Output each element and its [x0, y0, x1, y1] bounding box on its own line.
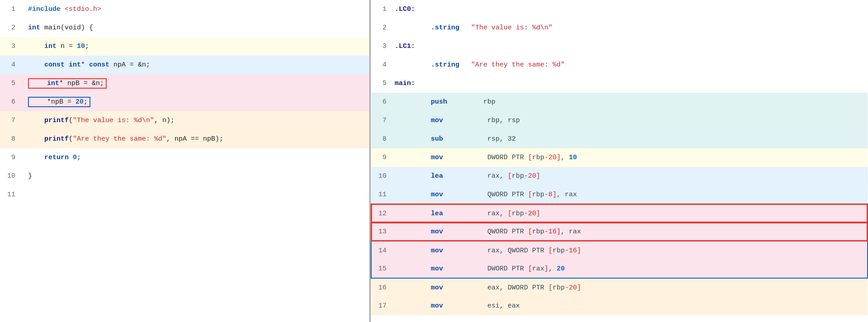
asm-instruction: mov	[395, 297, 467, 315]
asm-instruction: mov	[395, 185, 467, 204]
line-number: 3	[0, 37, 24, 56]
right-pane: 1.LC0:2.string "The value is: %d\n"3.LC1…	[371, 0, 868, 322]
table-row: 7mov rbp, rsp	[371, 111, 868, 130]
table-row: 4 const int* const npA = &n;	[0, 56, 369, 74]
line-number: 6	[371, 93, 395, 111]
line-number: 2	[0, 19, 24, 37]
highlight-box-blue: *npB = 20;	[28, 97, 90, 107]
line-code: *npB = 20;	[24, 93, 369, 111]
line-number: 1	[0, 0, 24, 19]
line-code: int main(void) {	[24, 19, 369, 37]
asm-instruction: mov	[395, 260, 467, 278]
asm-instruction: lea	[395, 167, 467, 185]
table-row: 17mov esi, eax	[371, 297, 868, 315]
asm-operands: DWORD PTR [rbp-20], 10	[467, 148, 868, 167]
line-number: 13	[371, 223, 395, 241]
line-number: 6	[0, 93, 24, 111]
line-number: 9	[0, 148, 24, 167]
left-code-table: 1#include <stdio.h>2int main(void) {3 in…	[0, 0, 369, 204]
asm-operands: QWORD PTR [rbp-16], rax	[467, 223, 868, 241]
line-code: }	[24, 167, 369, 185]
asm-instruction: .LC0:	[395, 0, 467, 19]
table-row: 9 return 0;	[0, 148, 369, 167]
right-code-table: 1.LC0:2.string "The value is: %d\n"3.LC1…	[371, 0, 868, 315]
asm-operands: rbp	[467, 93, 868, 111]
asm-operands	[467, 0, 868, 19]
table-row: 4.string "Are they the same: %d"	[371, 56, 868, 74]
line-code: int* npB = &n;	[24, 74, 369, 93]
asm-instruction: mov	[395, 148, 467, 167]
table-row: 15mov DWORD PTR [rax], 20	[371, 260, 868, 278]
line-code: return 0;	[24, 148, 369, 167]
table-row: 2.string "The value is: %d\n"	[371, 19, 868, 37]
asm-instruction: mov	[395, 111, 467, 130]
asm-operands: "The value is: %d\n"	[467, 19, 868, 37]
line-number: 17	[371, 297, 395, 315]
asm-instruction: sub	[395, 130, 467, 148]
line-code	[24, 185, 369, 204]
line-number: 1	[371, 0, 395, 19]
line-number: 4	[371, 56, 395, 74]
asm-operands: rax, [rbp-20]	[467, 204, 868, 223]
asm-instruction: .string	[395, 19, 467, 37]
line-number: 16	[371, 278, 395, 297]
asm-instruction: lea	[395, 204, 467, 223]
table-row: 3 int n = 10;	[0, 37, 369, 56]
line-number: 5	[0, 74, 24, 93]
table-row: 13mov QWORD PTR [rbp-16], rax	[371, 223, 868, 241]
table-row: 3.LC1:	[371, 37, 868, 56]
line-number: 5	[371, 74, 395, 93]
line-number: 8	[371, 130, 395, 148]
line-number: 7	[371, 111, 395, 130]
table-row: 11	[0, 185, 369, 204]
line-code: #include <stdio.h>	[24, 0, 369, 19]
line-code: printf("Are they the same: %d", npA == n…	[24, 130, 369, 148]
table-row: 1.LC0:	[371, 0, 868, 19]
asm-operands: rbp, rsp	[467, 111, 868, 130]
table-row: 6push rbp	[371, 93, 868, 111]
asm-instruction: main:	[395, 74, 467, 93]
asm-instruction: mov	[395, 241, 467, 260]
asm-operands: "Are they the same: %d"	[467, 56, 868, 74]
table-row: 9mov DWORD PTR [rbp-20], 10	[371, 148, 868, 167]
table-row: 10}	[0, 167, 369, 185]
line-number: 2	[371, 19, 395, 37]
line-number: 12	[371, 204, 395, 223]
asm-operands: QWORD PTR [rbp-8], rax	[467, 185, 868, 204]
asm-instruction: mov	[395, 223, 467, 241]
highlight-box-red: int* npB = &n;	[28, 78, 107, 89]
table-row: 5 int* npB = &n;	[0, 74, 369, 93]
table-row: 16mov eax, DWORD PTR [rbp-20]	[371, 278, 868, 297]
line-number: 9	[371, 148, 395, 167]
line-number: 8	[0, 130, 24, 148]
asm-instruction: mov	[395, 278, 467, 297]
table-row: 11mov QWORD PTR [rbp-8], rax	[371, 185, 868, 204]
line-code: int n = 10;	[24, 37, 369, 56]
table-row: 2int main(void) {	[0, 19, 369, 37]
asm-operands	[467, 37, 868, 56]
line-number: 15	[371, 260, 395, 278]
table-row: 14mov rax, QWORD PTR [rbp-16]	[371, 241, 868, 260]
line-number: 10	[371, 167, 395, 185]
line-number: 4	[0, 56, 24, 74]
asm-instruction: .LC1:	[395, 37, 467, 56]
table-row: 12lea rax, [rbp-20]	[371, 204, 868, 223]
asm-instruction: push	[395, 93, 467, 111]
line-number: 7	[0, 111, 24, 130]
table-row: 6 *npB = 20;	[0, 93, 369, 111]
asm-operands: esi, eax	[467, 297, 868, 315]
line-code: const int* const npA = &n;	[24, 56, 369, 74]
asm-operands	[467, 74, 868, 93]
line-number: 3	[371, 37, 395, 56]
line-number: 11	[0, 185, 24, 204]
line-number: 14	[371, 241, 395, 260]
table-row: 7 printf("The value is: %d\n", n);	[0, 111, 369, 130]
asm-operands: DWORD PTR [rax], 20	[467, 260, 868, 278]
line-number: 11	[371, 185, 395, 204]
table-row: 10lea rax, [rbp-20]	[371, 167, 868, 185]
left-pane: 1#include <stdio.h>2int main(void) {3 in…	[0, 0, 371, 322]
asm-operands: rsp, 32	[467, 130, 868, 148]
asm-instruction: .string	[395, 56, 467, 74]
table-row: 5main:	[371, 74, 868, 93]
line-number: 10	[0, 167, 24, 185]
